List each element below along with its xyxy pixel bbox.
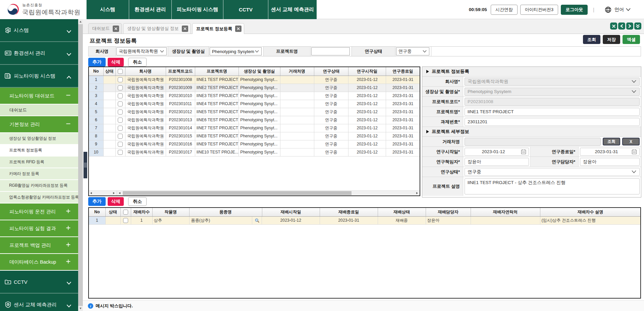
- row-checkbox[interactable]: [118, 85, 123, 90]
- nav-item-0[interactable]: 시스템: [87, 0, 129, 19]
- col-header-variety[interactable]: 품종명: [189, 208, 262, 216]
- next-tab-button[interactable]: [626, 23, 633, 30]
- sidebar-item-12[interactable]: 피노타이핑 운전 관리: [0, 204, 78, 220]
- hscroll-thumb[interactable]: [123, 191, 352, 195]
- table-row[interactable]: 4국립원예특작과학원P202301011lINE4 TEST PROJECTPh…: [89, 100, 420, 108]
- table-row[interactable]: 1국립원예특작과학원P202301008lINE1 TEST PROJECTPh…: [89, 76, 420, 84]
- globe-icon[interactable]: [604, 6, 612, 13]
- frozen-scroll-right-button[interactable]: [111, 191, 116, 195]
- status-select[interactable]: 연구중: [465, 168, 640, 176]
- col-header-end[interactable]: 재배종료일: [320, 208, 378, 216]
- filter-status-select[interactable]: 연구중: [396, 47, 429, 55]
- add-button[interactable]: 추가: [88, 58, 106, 66]
- sub-cancel-button[interactable]: 취소: [128, 197, 147, 206]
- table-row[interactable]: 11상추품종(상추)2023-01-122023-01-31재배중장윤아(임시)…: [89, 216, 641, 225]
- col-header-name[interactable]: 프로젝트명: [195, 67, 239, 76]
- tab-close-icon[interactable]: [182, 26, 188, 32]
- table-row[interactable]: 2국립원예특작과학원P202301009lINE2 TEST PROJECTPh…: [89, 84, 420, 92]
- company-select[interactable]: 국립원예특작과학원: [465, 78, 640, 86]
- detail-section2-header[interactable]: 프로젝트 세부정보: [422, 127, 641, 137]
- excel-button[interactable]: 엑셀: [623, 35, 640, 44]
- table-row[interactable]: 7국립원예특작과학원P202301014lINE7 TEST PROJECTPh…: [89, 124, 420, 132]
- filter-company-select[interactable]: 국립원예특작과학원: [116, 47, 167, 55]
- sub-delete-button[interactable]: 삭제: [108, 197, 124, 206]
- table-row[interactable]: 9국립원예특작과학원P202301016lINE9 TEST PROJECTPh…: [89, 140, 420, 148]
- logout-button[interactable]: 로그아웃: [561, 5, 588, 15]
- client-search-button[interactable]: 조회: [603, 138, 620, 145]
- col-header-state[interactable]: 상태: [105, 208, 120, 216]
- row-checkbox[interactable]: [118, 142, 123, 147]
- table-row[interactable]: 10국립원예특작과학원P202301017lINE10 TEST PROJE..…: [89, 148, 420, 156]
- sidebar-scrollbar[interactable]: [78, 19, 83, 311]
- col-header-status[interactable]: 재배상태: [378, 208, 426, 216]
- col-header-room[interactable]: 생장상 및 촬영실: [239, 67, 280, 76]
- search-button[interactable]: 조회: [583, 35, 600, 44]
- row-checkbox[interactable]: [118, 101, 123, 106]
- col-header-no[interactable]: No: [89, 208, 105, 216]
- manager-input[interactable]: [580, 158, 640, 166]
- col-header-start[interactable]: 연구시작일: [348, 67, 386, 76]
- row-checkbox[interactable]: [118, 118, 123, 123]
- start-date-input[interactable]: [465, 148, 529, 156]
- language-menu[interactable]: 언어: [614, 7, 631, 13]
- tab-list-button[interactable]: [634, 23, 641, 30]
- project-code-input[interactable]: [465, 98, 640, 106]
- account-button[interactable]: 아이티컨버전3: [520, 5, 558, 15]
- col-header-manager[interactable]: 재배담당자: [426, 208, 471, 216]
- filter-project-input[interactable]: [311, 47, 350, 55]
- sidebar-item-4[interactable]: 대쉬보드: [0, 104, 78, 116]
- sidebar-item-8[interactable]: 프로젝트 RFID 등록: [0, 157, 78, 168]
- sidebar-item-6[interactable]: 생장상 및 영상촬영실 정보: [0, 133, 78, 145]
- tab-close-icon[interactable]: [235, 26, 241, 32]
- col-header-end[interactable]: 연구종료일: [386, 67, 420, 76]
- col-header-company[interactable]: 회사명: [125, 67, 166, 76]
- sidebar-item-5[interactable]: 기본정보 관리: [0, 116, 78, 133]
- nav-item-3[interactable]: CCTV: [223, 0, 268, 19]
- client-input[interactable]: [465, 138, 601, 146]
- sidebar-item-9[interactable]: 카메라 정보 등록: [0, 168, 78, 180]
- nav-item-4[interactable]: 센서 교체 예측관리: [268, 0, 317, 19]
- col-header-no[interactable]: No: [89, 67, 103, 76]
- nav-item-2[interactable]: 피노타이핑 시스템: [172, 0, 223, 19]
- sidebar-item-14[interactable]: 프로젝트 백업 관리: [0, 237, 78, 254]
- row-checkbox[interactable]: [118, 69, 123, 74]
- col-header-client[interactable]: 거래처명: [280, 67, 314, 76]
- extend-time-button[interactable]: 시간연장: [491, 5, 518, 15]
- sidebar-item-2[interactable]: 피노타이핑 시스템: [0, 65, 78, 88]
- tab-1[interactable]: 생장상 및 영상촬영실 정보: [123, 23, 191, 34]
- sidebar-item-17[interactable]: 센서 교체 예측관리: [0, 294, 78, 311]
- col-header-desc[interactable]: 재배차수 설명: [540, 208, 641, 216]
- table-row[interactable]: 3국립원예특작과학원P202301010lINE3 TEST PROJECTPh…: [89, 92, 420, 100]
- col-header-code[interactable]: 프로젝트코드: [166, 67, 195, 76]
- delete-button[interactable]: 삭제: [108, 58, 124, 66]
- sidebar-item-1[interactable]: 환경센서 관리: [0, 42, 78, 65]
- client-clear-button[interactable]: X: [622, 138, 640, 145]
- col-header-status[interactable]: 연구상태: [314, 67, 348, 76]
- row-checkbox[interactable]: [118, 134, 123, 139]
- col-header-crop[interactable]: 작물명: [152, 208, 189, 216]
- scroll-down-button[interactable]: [78, 306, 83, 311]
- leader-input[interactable]: [465, 158, 529, 166]
- frozen-scroll-left-button[interactable]: [89, 191, 94, 195]
- col-header-state[interactable]: 상태: [103, 67, 115, 76]
- tab-close-icon[interactable]: [113, 26, 119, 32]
- col-header-check[interactable]: [115, 67, 125, 76]
- sidebar-item-7[interactable]: 프로젝트 정보등록: [0, 145, 78, 157]
- tab-0[interactable]: 대쉬보드: [88, 23, 122, 34]
- table-row[interactable]: 5국립원예특작과학원P202301012lINE5 TEST PROJECTPh…: [89, 108, 420, 116]
- row-checkbox[interactable]: [123, 210, 128, 215]
- description-textarea[interactable]: [465, 178, 640, 194]
- variety-lookup-icon[interactable]: [252, 217, 262, 224]
- row-checkbox[interactable]: [118, 150, 123, 155]
- task-no-input[interactable]: [465, 118, 640, 126]
- row-checkbox[interactable]: [118, 126, 123, 131]
- grid-hscrollbar[interactable]: [89, 190, 420, 195]
- sidebar-item-11[interactable]: 엽록소형광촬영실 카메라좌표정보 등록: [0, 192, 78, 204]
- row-checkbox[interactable]: [118, 77, 123, 82]
- detail-section1-header[interactable]: 프로젝트 정보등록: [422, 67, 641, 77]
- sidebar-item-16[interactable]: CCTV: [0, 271, 78, 294]
- table-row[interactable]: 8국립원예특작과학원P202301015lINE8 TEST PROJECTPh…: [89, 132, 420, 140]
- sidebar-item-13[interactable]: 피노타이핑 실험 결과: [0, 220, 78, 237]
- sidebar-item-3[interactable]: 피노타이핑 대쉬보드: [0, 88, 78, 104]
- row-checkbox[interactable]: [118, 109, 123, 115]
